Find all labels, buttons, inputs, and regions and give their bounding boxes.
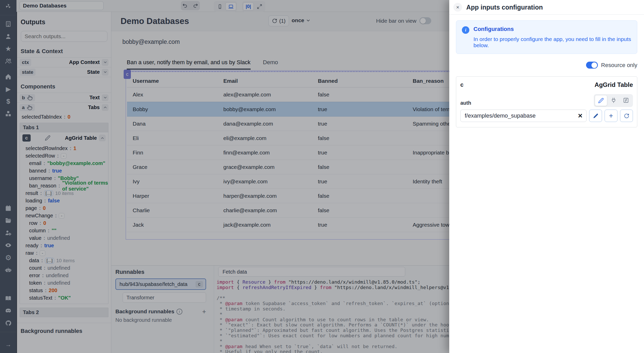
drawer-backdrop[interactable]	[0, 0, 449, 353]
auth-field-label: auth	[460, 100, 471, 107]
refresh-resource-button[interactable]	[620, 110, 633, 122]
resource-only-row: Resource only	[456, 62, 637, 69]
alert-body: In order to properly configure the app, …	[473, 36, 631, 48]
close-icon[interactable]: ×	[453, 3, 462, 12]
resource-only-toggle[interactable]	[586, 62, 598, 69]
resource-input-row: ✕ +	[460, 110, 633, 122]
add-resource-button[interactable]: +	[605, 110, 617, 122]
resource-path-input[interactable]	[464, 112, 578, 119]
configurations-alert: i Configurations In order to properly co…	[456, 20, 637, 54]
static-mode-icon[interactable]	[595, 95, 607, 106]
input-mode-tabs	[594, 94, 633, 107]
resource-input-wrap: ✕	[460, 110, 587, 122]
alert-title: Configurations	[473, 26, 631, 32]
app-inputs-drawer: × App inputs configuration i Configurati…	[449, 0, 644, 353]
clear-input-icon[interactable]: ✕	[578, 112, 583, 119]
connect-mode-icon[interactable]	[608, 95, 620, 105]
resource-only-label: Resource only	[601, 62, 637, 69]
component-input-card: c AgGrid Table auth ✕ +	[456, 76, 637, 127]
drawer-title: App inputs configuration	[466, 4, 543, 11]
info-icon: i	[462, 26, 469, 34]
component-id-label: c	[460, 81, 463, 88]
edit-resource-button[interactable]	[589, 110, 602, 122]
component-type-label: AgGrid Table	[595, 81, 633, 88]
eval-mode-icon[interactable]	[620, 95, 632, 105]
drawer-header: × App inputs configuration	[449, 0, 644, 15]
